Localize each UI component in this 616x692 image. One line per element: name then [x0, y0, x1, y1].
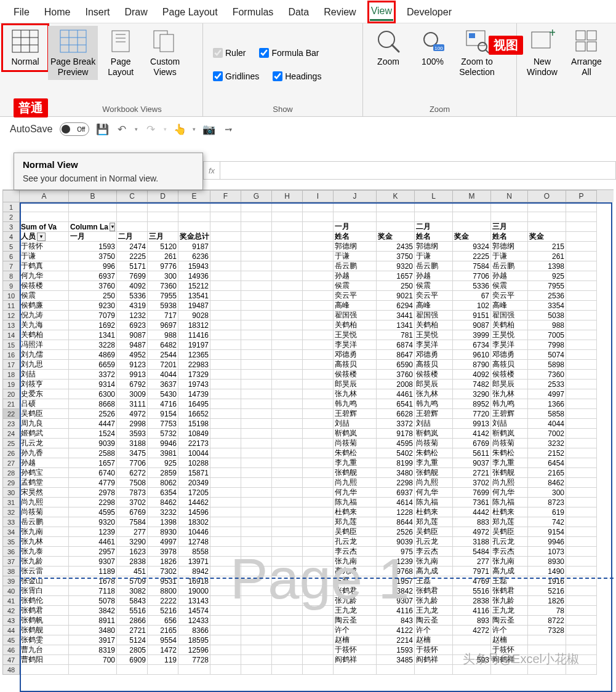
cell[interactable]: 3750 [69, 252, 117, 261]
cell[interactable] [210, 252, 241, 261]
cell[interactable]: 4116 [377, 606, 415, 616]
cell[interactable] [272, 557, 303, 567]
cell[interactable]: 李九重 [334, 458, 377, 468]
cell[interactable]: 张鹤舰 [334, 468, 377, 478]
cell[interactable]: 1341 [377, 320, 415, 330]
cell[interactable]: 关鹤柏 [334, 320, 377, 330]
cell[interactable] [566, 202, 597, 212]
check-formulabar[interactable]: Formula Bar [255, 46, 322, 60]
cell[interactable]: 3290 [117, 537, 148, 547]
cell[interactable]: 张鹤君 [334, 586, 377, 596]
cell[interactable] [303, 626, 334, 635]
cell[interactable] [566, 380, 597, 389]
cell[interactable]: 1398 [148, 517, 178, 527]
cell[interactable]: 3441 [377, 311, 415, 320]
cell[interactable]: 刘喆 [491, 419, 528, 429]
cell[interactable]: 王九龙 [491, 606, 528, 616]
cell[interactable]: 奖金 [528, 232, 566, 242]
cell[interactable]: 3485 [377, 655, 415, 665]
page-layout-button[interactable]: Page Layout [99, 26, 142, 80]
cell[interactable] [272, 380, 303, 389]
formula-input[interactable] [220, 166, 615, 175]
cell[interactable]: 15212 [178, 281, 210, 291]
cell[interactable] [303, 616, 334, 626]
cell[interactable]: 656 [148, 616, 178, 626]
cell[interactable]: 6482 [148, 340, 178, 350]
cell[interactable]: 4997 [528, 389, 566, 399]
cell[interactable]: 2214 [377, 635, 415, 645]
cell[interactable] [20, 665, 69, 675]
cell[interactable] [210, 340, 241, 350]
cell[interactable] [241, 291, 272, 301]
cell[interactable]: 孙越 [334, 271, 377, 281]
cell[interactable] [210, 370, 241, 380]
cell[interactable] [210, 320, 241, 330]
cell[interactable] [272, 517, 303, 527]
cell[interactable]: 18302 [178, 517, 210, 527]
cell[interactable]: 李九重 [491, 458, 528, 468]
cell[interactable]: 3702 [453, 478, 491, 488]
cell[interactable] [241, 311, 272, 320]
row-header-27[interactable]: 27 [2, 458, 20, 468]
cell[interactable]: 李九重 [415, 458, 453, 468]
cell[interactable]: 19487 [178, 301, 210, 311]
cell[interactable]: 侯筱楼 [20, 281, 69, 291]
cell[interactable] [566, 232, 597, 242]
cell[interactable]: 7360 [148, 281, 178, 291]
cell[interactable]: 742 [528, 517, 566, 527]
cell[interactable] [566, 281, 597, 291]
filter-dropdown-icon[interactable]: ▾ [37, 233, 46, 241]
cell[interactable]: 尚九熙 [334, 478, 377, 488]
cell[interactable] [377, 665, 415, 675]
cell[interactable]: 韩九鸣 [415, 399, 453, 409]
cell[interactable]: 关鹤柏 [415, 320, 453, 330]
cell[interactable]: 6541 [377, 399, 415, 409]
cell[interactable] [241, 330, 272, 340]
cell[interactable]: 9037 [453, 458, 491, 468]
cell[interactable]: 17205 [178, 488, 210, 498]
cell[interactable]: 15871 [178, 468, 210, 478]
cell[interactable] [272, 330, 303, 340]
cell[interactable]: 4447 [69, 419, 117, 429]
col-F[interactable]: F [210, 190, 241, 202]
cell[interactable]: 3475 [117, 448, 148, 458]
cell[interactable]: 5430 [148, 389, 178, 399]
cell[interactable] [303, 567, 334, 576]
cell[interactable] [415, 212, 453, 222]
cell[interactable]: 于筱怀 [20, 242, 69, 252]
cell[interactable]: 王碧辉 [491, 409, 528, 419]
cell[interactable] [241, 596, 272, 606]
cell[interactable] [241, 586, 272, 596]
cell[interactable]: 王九龙 [334, 606, 377, 616]
cell[interactable] [241, 498, 272, 507]
cell[interactable] [303, 202, 334, 212]
cell[interactable] [241, 567, 272, 576]
cell[interactable]: 4997 [148, 537, 178, 547]
cell[interactable]: 阎鹤祥 [334, 655, 377, 665]
spreadsheet-grid[interactable]: ABCDEFGHIJKLMNOP 123Sum of VaColumn La▾一… [2, 189, 614, 692]
cell[interactable]: 9610 [453, 350, 491, 360]
cell[interactable]: 3082 [117, 586, 148, 596]
cell[interactable]: 史爱东 [20, 389, 69, 399]
cell[interactable]: 何九华 [491, 488, 528, 498]
cell[interactable]: 717 [148, 311, 178, 320]
cell[interactable] [303, 517, 334, 527]
cell[interactable]: 4461 [69, 537, 117, 547]
cell[interactable]: 翟国强 [491, 311, 528, 320]
cell[interactable]: 10044 [178, 448, 210, 458]
cell[interactable]: 9946 [148, 439, 178, 448]
cell[interactable]: 侯震 [491, 281, 528, 291]
cell[interactable]: 朱鹤松 [334, 448, 377, 458]
cell[interactable]: 1623 [117, 547, 148, 557]
row-header-32[interactable]: 32 [2, 507, 20, 517]
cell[interactable]: 4595 [69, 507, 117, 517]
cell[interactable]: 孔云龙 [334, 537, 377, 547]
cell[interactable] [210, 488, 241, 498]
cell[interactable]: 10849 [178, 429, 210, 439]
cell[interactable] [210, 527, 241, 537]
cell[interactable] [272, 232, 303, 242]
cell[interactable]: 张鹤舰 [491, 468, 528, 478]
cell[interactable]: 3188 [453, 537, 491, 547]
zoom-button[interactable]: Zoom [367, 26, 410, 70]
col-L[interactable]: L [415, 190, 453, 202]
